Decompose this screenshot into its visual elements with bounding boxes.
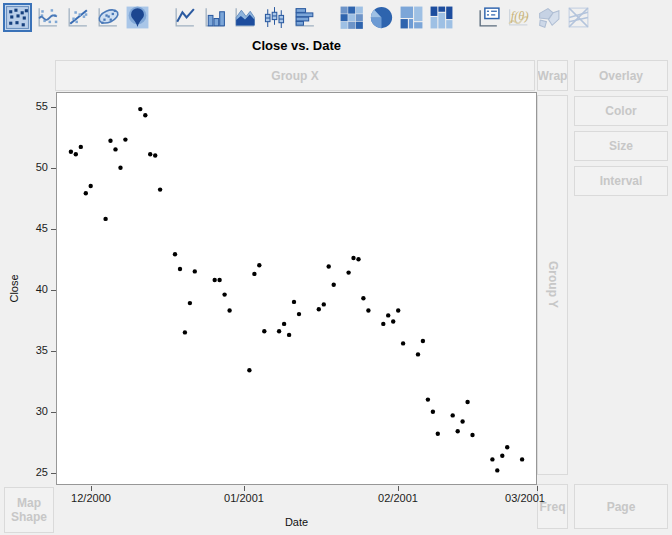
toolbar-button-parallel[interactable] [564, 3, 593, 32]
data-point[interactable] [158, 187, 162, 191]
data-point[interactable] [500, 454, 504, 458]
data-point[interactable] [505, 445, 509, 449]
y-axis-tick-label[interactable]: 35 [20, 344, 48, 356]
data-point[interactable] [322, 302, 326, 306]
toolbar-button-caption-box[interactable] [474, 3, 503, 32]
x-axis-tick-label[interactable]: 12/2000 [61, 492, 121, 504]
data-point[interactable] [391, 319, 395, 323]
data-point[interactable] [416, 352, 420, 356]
data-point[interactable] [123, 137, 127, 141]
data-point[interactable] [252, 272, 256, 276]
toolbar-button-points[interactable] [3, 3, 32, 32]
data-point[interactable] [277, 329, 281, 333]
data-point[interactable] [178, 267, 182, 271]
y-axis-tick-label[interactable]: 55 [20, 100, 48, 112]
toolbar-button-treemap[interactable] [397, 3, 426, 32]
y-axis-title[interactable]: Close [8, 269, 21, 309]
toolbar-button-formula[interactable]: f(θ) [504, 3, 533, 32]
data-point[interactable] [79, 145, 83, 149]
toolbar-button-line-of-fit[interactable] [63, 3, 92, 32]
toolbar-button-ellipse[interactable] [93, 3, 122, 32]
data-point[interactable] [69, 150, 73, 154]
data-point[interactable] [262, 329, 266, 333]
y-axis-tick-label[interactable]: 40 [20, 283, 48, 295]
data-point[interactable] [361, 296, 365, 300]
data-point[interactable] [247, 368, 251, 372]
x-axis-tick-label[interactable]: 02/2001 [368, 492, 428, 504]
data-point[interactable] [143, 113, 147, 117]
data-point[interactable] [213, 278, 217, 282]
data-point[interactable] [153, 153, 157, 157]
drop-zone-group-y[interactable]: Group Y [537, 95, 568, 475]
drop-zone-group-x[interactable]: Group X [55, 60, 535, 91]
data-point[interactable] [451, 413, 455, 417]
data-point[interactable] [108, 139, 112, 143]
x-axis-tick-label[interactable]: 03/2001 [495, 492, 555, 504]
data-point[interactable] [520, 457, 524, 461]
data-point[interactable] [431, 410, 435, 414]
toolbar-button-area[interactable] [230, 3, 259, 32]
data-point[interactable] [456, 429, 460, 433]
data-point[interactable] [426, 397, 430, 401]
data-point[interactable] [490, 457, 494, 461]
data-point[interactable] [401, 341, 405, 345]
data-point[interactable] [386, 313, 390, 317]
data-point[interactable] [282, 322, 286, 326]
toolbar-button-bar[interactable] [200, 3, 229, 32]
data-point[interactable] [421, 339, 425, 343]
data-point[interactable] [396, 308, 400, 312]
data-point[interactable] [148, 152, 152, 156]
drop-zone-size[interactable]: Size [574, 131, 668, 161]
plot-area[interactable] [56, 92, 537, 485]
data-point[interactable] [297, 312, 301, 316]
y-axis-tick-label[interactable]: 50 [20, 161, 48, 173]
data-point[interactable] [366, 308, 370, 312]
data-point[interactable] [287, 333, 291, 337]
y-axis-tick-label[interactable]: 30 [20, 405, 48, 417]
data-point[interactable] [327, 264, 331, 268]
data-point[interactable] [138, 107, 142, 111]
data-point[interactable] [470, 433, 474, 437]
data-point[interactable] [222, 292, 226, 296]
y-axis-tick-label[interactable]: 25 [20, 466, 48, 478]
data-point[interactable] [173, 252, 177, 256]
toolbar-button-box-plot[interactable] [260, 3, 289, 32]
y-axis-tick-label[interactable]: 45 [20, 222, 48, 234]
data-point[interactable] [257, 263, 261, 267]
drop-zone-map-shape[interactable]: Map Shape [4, 487, 54, 533]
x-axis-title[interactable]: Date [56, 516, 537, 528]
data-point[interactable] [292, 300, 296, 304]
data-point[interactable] [356, 257, 360, 261]
toolbar-button-mosaic[interactable] [427, 3, 456, 32]
drop-zone-wrap[interactable]: Wrap [537, 60, 568, 91]
data-point[interactable] [74, 152, 78, 156]
data-point[interactable] [495, 468, 499, 472]
data-point[interactable] [317, 307, 321, 311]
graph-title[interactable]: Close vs. Date [56, 38, 537, 53]
data-point[interactable] [118, 166, 122, 170]
data-point[interactable] [89, 184, 93, 188]
data-point[interactable] [113, 147, 117, 151]
data-point[interactable] [332, 283, 336, 287]
data-point[interactable] [183, 330, 187, 334]
data-point[interactable] [84, 191, 88, 195]
data-point[interactable] [460, 419, 464, 423]
x-axis-tick-label[interactable]: 01/2001 [214, 492, 274, 504]
data-point[interactable] [103, 217, 107, 221]
drop-zone-interval[interactable]: Interval [574, 166, 668, 196]
toolbar-button-contour[interactable] [123, 3, 152, 32]
toolbar-button-map-shapes[interactable] [534, 3, 563, 32]
toolbar-button-smoother[interactable] [33, 3, 62, 32]
drop-zone-overlay[interactable]: Overlay [574, 60, 668, 91]
toolbar-button-pie[interactable] [367, 3, 396, 32]
data-point[interactable] [465, 400, 469, 404]
data-point[interactable] [227, 308, 231, 312]
data-point[interactable] [188, 301, 192, 305]
data-point[interactable] [346, 270, 350, 274]
drop-zone-page[interactable]: Page [574, 484, 668, 529]
toolbar-button-histogram[interactable] [290, 3, 319, 32]
data-point[interactable] [193, 269, 197, 273]
toolbar-button-heatmap[interactable] [337, 3, 366, 32]
data-point[interactable] [436, 432, 440, 436]
data-point[interactable] [381, 322, 385, 326]
